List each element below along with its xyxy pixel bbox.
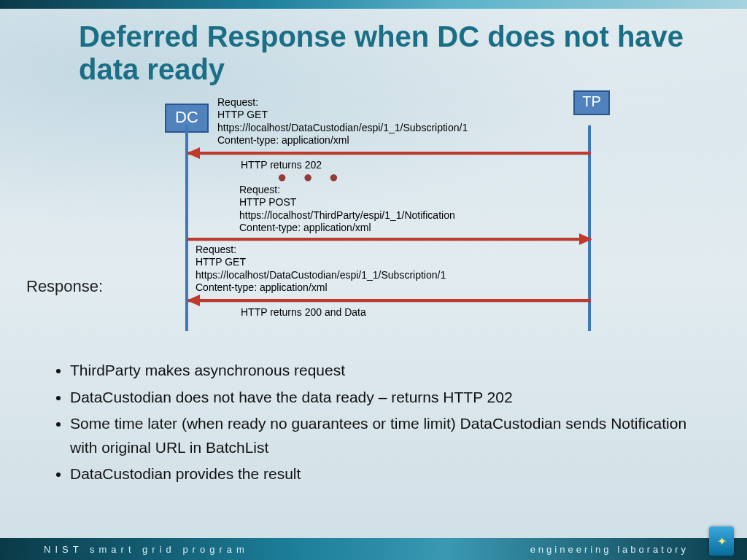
top-accent-bar <box>0 0 747 9</box>
bullet-list: ThirdParty makes asynchronous request Da… <box>48 359 721 489</box>
arrow-tp-to-dc-1 <box>188 152 591 155</box>
req2-line3: https://localhost/ThirdParty/espi/1_1/No… <box>239 209 455 222</box>
footer-right-text: engineering laboratory <box>530 544 689 555</box>
req2-line4: Content-type: application/xml <box>239 222 455 235</box>
req1-line3: https://localhost/DataCustodian/espi/1_1… <box>217 122 468 135</box>
list-item: Some time later (when ready no guarantee… <box>70 412 699 459</box>
req3-line3: https://localhost/DataCustodian/espi/1_1… <box>196 269 446 282</box>
req1-line1: Request: <box>217 96 468 109</box>
req1-line2: HTTP GET <box>217 109 468 122</box>
request-3-text: Request: HTTP GET https://localhost/Data… <box>196 244 446 295</box>
arrow-head-right-icon <box>579 233 592 245</box>
req3-line2: HTTP GET <box>196 256 446 269</box>
arrow-head-left-icon <box>187 295 200 306</box>
request-2-text: Request: HTTP POST https://localhost/Thi… <box>239 184 455 235</box>
arrow-dc-to-tp <box>187 238 591 241</box>
return-200-text: HTTP returns 200 and Data <box>241 306 366 319</box>
footer-bar: NIST smart grid program engineering labo… <box>0 538 747 560</box>
footer-left-text: NIST smart grid program <box>44 544 249 555</box>
nist-badge-icon: ✦ <box>709 526 734 556</box>
request-1-text: Request: HTTP GET https://localhost/Data… <box>217 96 468 147</box>
sequence-diagram: DC TP Request: HTTP GET https://localhos… <box>77 90 721 331</box>
arrow-tp-to-dc-2 <box>188 299 591 302</box>
req2-line1: Request: <box>239 184 455 197</box>
req2-line2: HTTP POST <box>239 196 455 209</box>
arrow-head-left-icon <box>187 147 200 159</box>
response-label: Response: <box>26 277 103 296</box>
req3-line4: Content-type: application/xml <box>196 281 446 295</box>
list-item: DataCustodian does not have the data rea… <box>70 386 699 410</box>
list-item: ThirdParty makes asynchronous request <box>70 359 699 383</box>
req3-line1: Request: <box>196 244 446 257</box>
req1-line4: Content-type: application/xml <box>217 134 468 147</box>
slide-title: Deferred Response when DC does not have … <box>79 20 692 86</box>
list-item: DataCustodian provides the result <box>70 462 699 486</box>
tp-node: TP <box>573 90 610 115</box>
